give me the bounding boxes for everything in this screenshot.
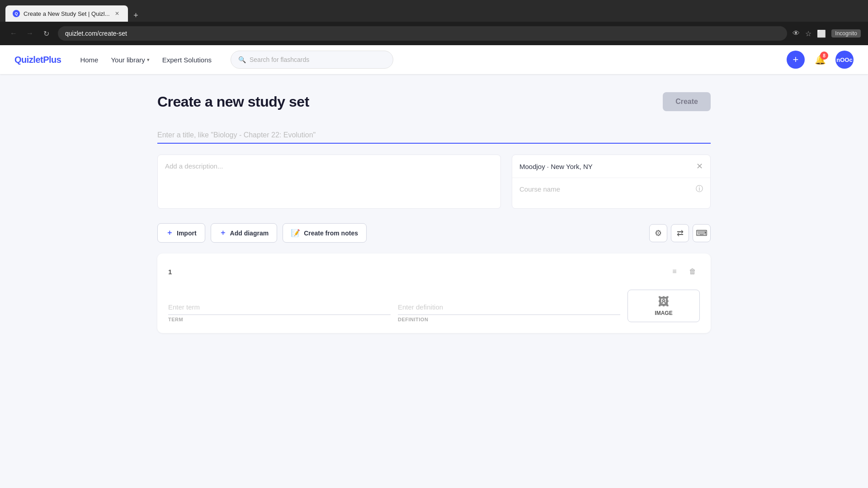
school-box: Moodjoy · New York, NY ✕ Course name ⓘ (512, 155, 711, 209)
nav-links: Home Your library ▾ Expert Solutions (75, 53, 216, 66)
definition-field-wrap: DEFINITION (398, 300, 620, 322)
delete-card-btn[interactable]: 🗑 (685, 264, 700, 279)
logo[interactable]: QuizletPlus (14, 55, 61, 65)
title-input[interactable] (157, 127, 711, 144)
add-diagram-label: Add diagram (230, 230, 269, 237)
chevron-down-icon: ▾ (147, 57, 150, 63)
image-icon: 🖼 (658, 296, 669, 308)
search-placeholder: Search for flashcards (250, 56, 309, 63)
search-icon: 🔍 (238, 56, 246, 63)
reorder-btn[interactable]: ≡ (667, 264, 682, 279)
your-library-label: Your library (111, 56, 145, 64)
description-placeholder: Add a description... (165, 162, 223, 170)
course-placeholder: Course name (519, 185, 696, 193)
notification-badge: 8 (820, 52, 828, 60)
description-box[interactable]: Add a description... (157, 155, 501, 209)
keyboard-btn[interactable]: ⌨ (693, 224, 711, 242)
tab-title: Create a New Study Set | Quizl... (24, 10, 110, 17)
term-field-wrap: TERM (168, 300, 391, 322)
card-top: 1 ≡ 🗑 (168, 264, 700, 279)
notification-btn[interactable]: 🔔 8 (812, 52, 828, 68)
url-bar[interactable]: quizlet.com/create-set (58, 26, 787, 41)
notes-icon: 📝 (291, 229, 300, 237)
active-tab[interactable]: Q Create a New Study Set | Quizl... ✕ (5, 5, 128, 22)
definition-label: DEFINITION (398, 317, 620, 322)
new-tab-btn[interactable]: + (130, 9, 142, 22)
flashcard-1: 1 ≡ 🗑 TERM DEFINITION 🖼 IMAGE (157, 253, 711, 333)
add-diagram-button[interactable]: ＋ Add diagram (211, 223, 278, 243)
star-icon: ☆ (805, 29, 811, 38)
card-top-actions: ≡ 🗑 (667, 264, 700, 279)
back-btn[interactable]: ← (7, 27, 20, 40)
toolbar-left: ＋ Import ＋ Add diagram 📝 Create from not… (157, 223, 367, 243)
keyboard-icon: ⌨ (696, 228, 708, 238)
toolbar: ＋ Import ＋ Add diagram 📝 Create from not… (157, 223, 711, 243)
home-label: Home (80, 56, 98, 64)
swap-btn[interactable]: ⇄ (671, 224, 689, 242)
import-label: Import (177, 230, 197, 237)
image-btn[interactable]: 🖼 IMAGE (627, 290, 700, 322)
expert-solutions-link[interactable]: Expert Solutions (158, 53, 216, 66)
toolbar-right: ⚙ ⇄ ⌨ (649, 224, 711, 242)
page-header: Create a new study set Create (157, 92, 711, 111)
search-bar[interactable]: 🔍 Search for flashcards (231, 51, 393, 69)
settings-btn[interactable]: ⚙ (649, 224, 667, 242)
add-button[interactable]: + (787, 51, 805, 69)
refresh-btn[interactable]: ↻ (40, 27, 52, 40)
address-bar: ← → ↻ quizlet.com/create-set 👁 ☆ ⬜ Incog… (0, 22, 868, 45)
diagram-icon: ＋ (219, 228, 226, 238)
two-col: Add a description... Moodjoy · New York,… (157, 155, 711, 209)
nav-actions: + 🔔 8 nOOc (787, 51, 854, 69)
page-title: Create a new study set (157, 94, 309, 110)
card-fields: TERM DEFINITION 🖼 IMAGE (168, 290, 700, 322)
tab-close-btn[interactable]: ✕ (113, 10, 121, 17)
import-button[interactable]: ＋ Import (157, 223, 205, 243)
eye-slash-icon: 👁 (793, 29, 800, 38)
definition-input[interactable] (398, 300, 620, 315)
gear-icon: ⚙ (655, 228, 662, 238)
nav-buttons: ← → ↻ (7, 27, 52, 40)
create-button[interactable]: Create (663, 92, 711, 111)
avatar[interactable]: nOOc (835, 51, 854, 69)
incognito-badge: Incognito (831, 29, 861, 38)
browser-tabs: Q Create a New Study Set | Quizl... ✕ + (5, 0, 142, 22)
extension-icon: ⬜ (817, 29, 826, 38)
school-row: Moodjoy · New York, NY ✕ (512, 155, 710, 178)
create-from-notes-button[interactable]: 📝 Create from notes (283, 223, 367, 243)
info-icon[interactable]: ⓘ (696, 184, 703, 194)
school-name: Moodjoy · New York, NY (519, 163, 693, 170)
title-input-wrap (157, 127, 711, 144)
image-label: IMAGE (655, 310, 672, 316)
app-nav: QuizletPlus Home Your library ▾ Expert S… (0, 45, 868, 74)
school-close-btn[interactable]: ✕ (696, 161, 703, 171)
avatar-text: nOOc (836, 56, 852, 63)
page-content: Create a new study set Create Add a desc… (136, 74, 732, 358)
expert-solutions-label: Expert Solutions (162, 56, 212, 64)
term-input[interactable] (168, 300, 391, 315)
swap-icon: ⇄ (677, 228, 684, 238)
card-number: 1 (168, 268, 172, 276)
create-from-notes-label: Create from notes (304, 230, 358, 237)
plus-icon: ＋ (166, 228, 173, 238)
browser-chrome: Q Create a New Study Set | Quizl... ✕ + (0, 0, 868, 22)
url-text: quizlet.com/create-set (65, 30, 127, 37)
your-library-link[interactable]: Your library ▾ (106, 53, 154, 66)
term-label: TERM (168, 317, 391, 322)
address-actions: 👁 ☆ ⬜ Incognito (793, 29, 861, 38)
home-link[interactable]: Home (75, 53, 103, 66)
forward-btn[interactable]: → (24, 27, 36, 40)
tab-favicon: Q (13, 10, 20, 17)
course-row[interactable]: Course name ⓘ (512, 178, 710, 200)
